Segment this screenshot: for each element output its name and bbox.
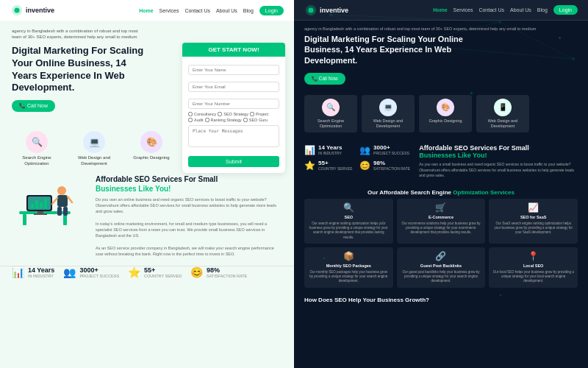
seo-card-backlinks-icon: 🔗	[435, 251, 446, 261]
seo-card-monthly[interactable]: 📦 Monthly SEO Packages Our monthly SEO p…	[304, 247, 393, 288]
logo-icon	[10, 4, 24, 17]
email-input[interactable]	[188, 82, 279, 92]
seo-title-text: Affordable SEO Services For Small	[96, 175, 218, 183]
submit-button[interactable]: Submit	[188, 156, 279, 167]
seo-label: Search Engine Optimization	[12, 155, 62, 167]
right-stat-countries-label: COUNTRY SERVED	[318, 166, 352, 171]
seo-icon-circle: 🔍	[26, 131, 48, 153]
right-hero-title: Digital Marketing For Scaling Your Onlin…	[304, 34, 488, 66]
right-seo-services-section: Our Affordable Search Engine Optimizatio…	[294, 185, 588, 292]
right-nav-contact[interactable]: Contact Us	[478, 7, 504, 13]
right-seo-title: Affordable SEO Services For Small Busine…	[419, 144, 578, 159]
stat-countries: ⭐ 55+ COUNTRY SERVED	[128, 266, 182, 278]
nav-link-home[interactable]: Home	[139, 8, 153, 13]
seo-card-ecommerce-desc: Our ecommerce solutions help your busine…	[401, 222, 482, 236]
seo-card-local-title: Local SEO	[523, 263, 544, 268]
seo-title: Affordable SEO Services For Small Busine…	[96, 174, 282, 194]
right-seo-item[interactable]: 🔍 Search Engine Optimization	[304, 95, 357, 132]
right-stat-years-label: IN INDUSTRY	[318, 151, 342, 155]
right-nav-blog[interactable]: Blog	[537, 7, 548, 13]
svg-rect-17	[40, 202, 43, 208]
graphic-label: Graphic Designing	[133, 155, 169, 161]
nav-link-services[interactable]: Services	[159, 8, 179, 13]
svg-point-9	[57, 186, 66, 195]
stat-projects-icon: 👥	[63, 266, 76, 278]
right-stat-projects: 👥 3000+ PROJECT SUCCESS	[359, 144, 410, 155]
left-nav: inventive Home Services Contact Us About…	[0, 0, 294, 21]
seo-card-seo[interactable]: 🔍 SEO Our search engine ranking optimiza…	[304, 199, 393, 244]
seo-card-backlinks[interactable]: 🔗 Guest Post Backlinks Our guest post ba…	[397, 247, 486, 288]
right-web-label: Web Design and Development	[365, 118, 411, 129]
name-input[interactable]	[188, 65, 279, 75]
right-login-button[interactable]: Login	[553, 5, 578, 15]
stat-years-num: 14 Years	[28, 266, 54, 274]
seo-card-local-icon: 📍	[528, 251, 539, 261]
seo-body-text: Do you own an online business and need o…	[96, 197, 282, 258]
seo-card-saas[interactable]: 📈 SEO for SaaS Our SaaS search engine ra…	[489, 199, 578, 244]
seo-text-block: Affordable SEO Services For Small Busine…	[96, 174, 282, 258]
right-nav-services[interactable]: Services	[453, 7, 473, 13]
checkbox-project[interactable]: Project	[250, 112, 268, 116]
seo-card-seo-desc: Our search engine ranking optimization h…	[308, 222, 390, 240]
stat-countries-num: 55+	[144, 266, 182, 274]
service-item-seo[interactable]: 🔍 Search Engine Optimization	[12, 131, 62, 167]
svg-rect-7	[37, 211, 43, 213]
form-checkboxes: Consultancy SEO Strategy Project Audit R…	[188, 112, 279, 122]
nav-link-about[interactable]: About Us	[216, 8, 237, 13]
svg-rect-15	[31, 204, 34, 208]
right-nav-links: Home Services Contact Us About Us Blog L…	[433, 5, 578, 15]
checkbox-audit[interactable]: Audit	[188, 118, 204, 122]
right-mobile-circle: 📱	[494, 99, 512, 116]
right-graphic-item[interactable]: 🎨 Graphic Designing	[419, 95, 472, 132]
left-logo: inventive	[10, 4, 54, 17]
seo-card-local[interactable]: 📍 Local SEO Our local SEO helps your bus…	[489, 247, 578, 288]
stat-years-label: IN INDUSTRY	[28, 274, 54, 278]
right-seo-label: Search Engine Optimization	[308, 118, 354, 129]
right-seo-section: 📊 14 Years IN INDUSTRY 👥 3000+ PROJECT S…	[294, 138, 588, 185]
right-stat-years-num: 14 Years	[318, 144, 342, 151]
checkbox-seo[interactable]: SEO Strategy	[218, 112, 248, 116]
stat-projects-num: 3000+	[79, 266, 119, 274]
service-item-web[interactable]: 💻 Web Design and Development	[69, 131, 119, 167]
nav-link-contact[interactable]: Contact Us	[184, 8, 210, 13]
get-start-form: GET START NOW! Consultancy SEO Strategy …	[182, 43, 285, 173]
svg-rect-4	[63, 214, 67, 225]
nav-link-blog[interactable]: Blog	[243, 8, 254, 13]
login-button[interactable]: Login	[259, 6, 284, 15]
right-nav-home[interactable]: Home	[433, 7, 447, 13]
right-call-button[interactable]: 📞 Call Now	[304, 73, 345, 85]
checkbox-ranking[interactable]: Ranking Strategy	[205, 118, 242, 122]
seo-card-ecommerce-icon: 🛒	[435, 202, 446, 213]
seo-services-grid: 🔍 SEO Our search engine ranking optimiza…	[304, 199, 578, 288]
graphic-icon-circle: 🎨	[140, 131, 162, 153]
right-web-circle: 💻	[379, 99, 397, 116]
call-now-button[interactable]: 📞 Call Now	[12, 100, 55, 112]
right-seo-text: Affordable SEO Services For Small Busine…	[419, 144, 578, 179]
right-hero-section: agency in Bangladesh with a combination …	[294, 21, 588, 138]
svg-line-12	[68, 197, 72, 202]
stat-satisfaction-label: SATISFACTION RATE	[207, 274, 247, 278]
svg-rect-8	[34, 213, 47, 215]
phone-input[interactable]	[188, 99, 279, 109]
seo-services-main-title: Our Affordable Search Engine Optimizatio…	[304, 189, 578, 196]
service-item-graphic[interactable]: 🎨 Graphic Designing	[126, 131, 176, 167]
svg-line-11	[52, 198, 57, 204]
seo-card-ecommerce[interactable]: 🛒 E-Commerce Our ecommerce solutions hel…	[397, 199, 486, 244]
hero-small-text: agency in Bangladesh with a combination …	[12, 28, 144, 40]
stat-years: 📊 14 Years IN INDUSTRY	[12, 266, 54, 278]
right-seo-highlight: Businesses Like You!	[419, 152, 487, 159]
checkbox-consultancy[interactable]: Consultancy	[188, 112, 216, 116]
message-textarea[interactable]	[188, 125, 279, 147]
checkbox-guru[interactable]: SEO Guru	[243, 118, 268, 122]
right-nav-about[interactable]: About Us	[510, 7, 531, 13]
right-mobile-item[interactable]: 📱 Web Design and Development	[476, 95, 529, 132]
right-stats-grid: 📊 14 Years IN INDUSTRY 👥 3000+ PROJECT S…	[304, 144, 410, 171]
stat-satisfaction: 😊 98% SATISFACTION RATE	[190, 266, 247, 278]
svg-point-1	[14, 7, 19, 13]
svg-rect-10	[57, 195, 68, 207]
right-web-item[interactable]: 💻 Web Design and Development	[362, 95, 415, 132]
left-nav-links: Home Services Contact Us About Us Blog L…	[139, 6, 284, 15]
seo-section: Affordable SEO Services For Small Busine…	[0, 174, 294, 258]
right-logo: inventive	[304, 4, 348, 17]
stat-projects: 👥 3000+ PROJECT SUCCESS	[63, 266, 119, 278]
